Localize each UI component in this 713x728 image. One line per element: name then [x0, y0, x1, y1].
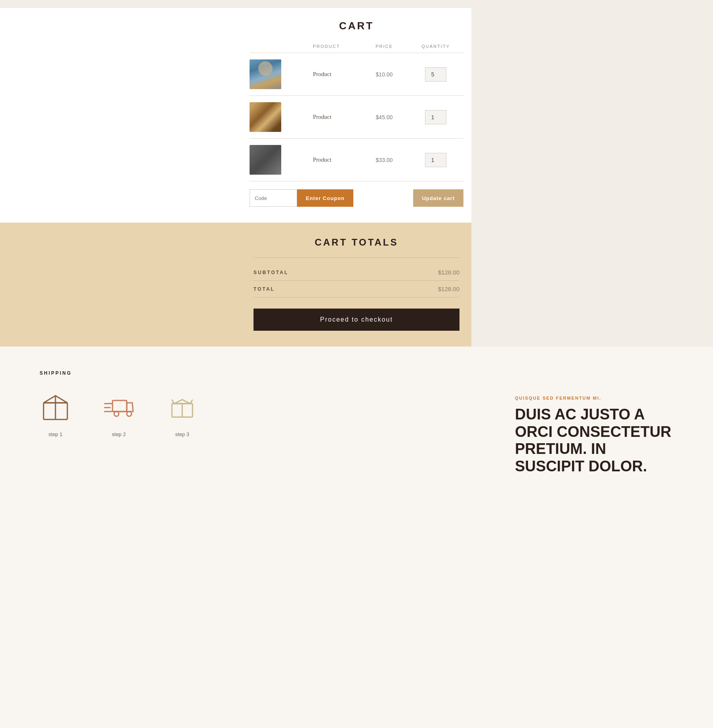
product-price-3: $33.00 — [360, 157, 408, 163]
cart-center: CART PRODUCT PRICE QUANTITY Product $10.… — [242, 8, 471, 223]
shipping-info: QUISQUE SED FERMENTUM MI. DUIS AC JUSTO … — [515, 392, 673, 475]
totals-center: CART TOTALS SUBTOTAL $128.00 TOTAL $128.… — [242, 223, 471, 347]
header-product: PRODUCT — [309, 44, 360, 49]
shipping-step-3: step 3 — [166, 392, 198, 437]
top-bar — [0, 0, 713, 8]
product-name-1: Product — [309, 71, 360, 78]
product-price-1: $10.00 — [360, 71, 408, 78]
total-label: TOTAL — [254, 286, 275, 292]
cart-totals-title: CART TOTALS — [254, 237, 459, 248]
product-image-1 — [250, 59, 281, 89]
product-image-2 — [250, 102, 281, 132]
truck-icon — [103, 392, 135, 423]
page-wrapper: CART PRODUCT PRICE QUANTITY Product $10.… — [0, 0, 713, 499]
total-value: $128.00 — [438, 286, 459, 292]
shipping-subtitle: QUISQUE SED FERMENTUM MI. — [515, 396, 673, 400]
cart-left-bg — [0, 8, 242, 223]
step-1-label: step 1 — [48, 431, 62, 437]
product-name-2: Product — [309, 114, 360, 120]
cart-title: CART — [250, 20, 463, 32]
step-3-label: step 3 — [175, 431, 189, 437]
open-box-icon — [166, 392, 198, 423]
enter-coupon-button[interactable]: Enter Coupon — [297, 189, 353, 207]
coupon-row: Enter Coupon Update cart — [250, 181, 463, 207]
totals-area: CART TOTALS SUBTOTAL $128.00 TOTAL $128.… — [0, 223, 713, 347]
header-image-col — [250, 44, 309, 49]
quantity-input-3[interactable] — [425, 153, 446, 167]
svg-point-7 — [114, 412, 119, 416]
shipping-heading: DUIS AC JUSTO A ORCI CONSECTETUR PRETIUM… — [515, 406, 673, 475]
total-row: TOTAL $128.00 — [254, 281, 459, 297]
cart-header: PRODUCT PRICE QUANTITY — [250, 44, 463, 53]
subtotal-value: $128.00 — [438, 269, 459, 276]
shipping-section: SHIPPING step 1 — [0, 347, 713, 499]
product-image-3 — [250, 145, 281, 175]
svg-rect-6 — [112, 400, 127, 412]
product-price-2: $45.00 — [360, 114, 408, 120]
coupon-code-input[interactable] — [250, 189, 297, 207]
update-cart-button[interactable]: Update cart — [413, 189, 463, 207]
cart-container: CART PRODUCT PRICE QUANTITY Product $10.… — [242, 8, 471, 223]
cart-right-bg — [471, 8, 713, 223]
table-row: Product $33.00 — [250, 139, 463, 181]
totals-divider — [254, 257, 459, 258]
shipping-step-2: step 2 — [103, 392, 135, 437]
box-icon — [40, 392, 71, 423]
table-row: Product $45.00 — [250, 96, 463, 139]
totals-left-bg — [0, 223, 242, 347]
table-row: Product $10.00 — [250, 53, 463, 96]
cart-totals: CART TOTALS SUBTOTAL $128.00 TOTAL $128.… — [242, 223, 471, 347]
checkout-button[interactable]: Proceed to checkout — [254, 309, 459, 331]
svg-point-8 — [127, 412, 132, 416]
totals-right-bg — [471, 223, 713, 347]
subtotal-label: SUBTOTAL — [254, 270, 288, 275]
subtotal-row: SUBTOTAL $128.00 — [254, 264, 459, 281]
shipping-steps: step 1 — [40, 392, 198, 437]
coupon-left: Enter Coupon — [250, 189, 353, 207]
shipping-label: SHIPPING — [40, 370, 673, 376]
header-price: PRICE — [360, 44, 408, 49]
product-name-3: Product — [309, 156, 360, 163]
cart-area: CART PRODUCT PRICE QUANTITY Product $10.… — [0, 8, 713, 223]
header-quantity: QUANTITY — [408, 44, 463, 49]
step-2-label: step 2 — [112, 431, 126, 437]
quantity-input-1[interactable] — [425, 67, 446, 82]
quantity-input-2[interactable] — [425, 110, 446, 124]
shipping-step-1: step 1 — [40, 392, 71, 437]
